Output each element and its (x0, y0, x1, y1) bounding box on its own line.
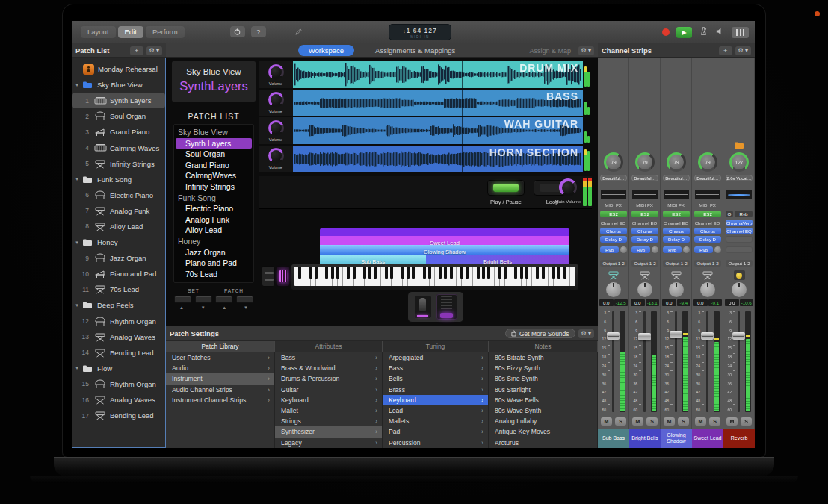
black-key[interactable] (520, 267, 523, 279)
black-key[interactable] (557, 267, 560, 279)
audio-fx-slot[interactable]: Delay D (694, 236, 721, 243)
add-channel-strip-button[interactable]: + (719, 46, 732, 55)
disclosure-chevron-icon[interactable]: ▾ (72, 365, 81, 371)
audio-fx-slot[interactable]: Delay D (663, 236, 690, 243)
library-item[interactable]: Mallet› (275, 405, 382, 416)
mode-perform-button[interactable]: Perform (146, 26, 185, 38)
channel-setting-name[interactable]: 2.6s Vocal… (726, 175, 753, 181)
library-item[interactable]: Legacy› (275, 438, 382, 448)
library-item[interactable]: 80s Fizzy Synth (489, 363, 597, 373)
library-item[interactable]: Audio› (166, 363, 274, 373)
send-level-knob[interactable] (683, 246, 690, 253)
solo-button[interactable]: S (615, 417, 626, 426)
fader-cap[interactable] (638, 333, 651, 340)
audio-fx-slot[interactable]: Delay D (631, 236, 658, 243)
patch-list-row-patch[interactable]: 7Analog Funk (72, 203, 165, 219)
patch-list-row-patch[interactable]: 8Alloy Lead (72, 219, 165, 234)
black-key[interactable] (487, 267, 490, 279)
library-item[interactable]: 80s Wave Bells (489, 395, 597, 405)
play-pause-button[interactable] (487, 180, 525, 196)
track-volume-knob[interactable] (268, 64, 284, 80)
smart-control-knob[interactable]: 79 (635, 152, 655, 172)
patch-up-button[interactable] (215, 296, 232, 303)
midi-fx-slot[interactable]: MIDI FX (598, 202, 628, 208)
library-item[interactable]: Bells› (383, 373, 488, 384)
audio-fx-slot[interactable]: Channel EQ (726, 228, 753, 234)
mute-button[interactable]: M (726, 417, 738, 426)
panel-switcher-icon[interactable] (732, 27, 749, 38)
patch-list-row-set[interactable]: ▾Deep Feels (72, 297, 165, 313)
instrument-slot[interactable]: ES2 (600, 211, 627, 217)
library-item[interactable]: Strings› (275, 416, 382, 426)
screen-list-item[interactable]: Infinity Strings (176, 181, 252, 193)
audio-fx-slot[interactable]: Channel EQ (598, 220, 628, 225)
screen-list-item[interactable]: Alloy Lead (176, 225, 252, 236)
waveform-display[interactable]: BASS (293, 90, 583, 116)
library-item[interactable]: User Patches› (166, 352, 274, 363)
screen-list-item[interactable]: Jazz Organ (176, 247, 252, 258)
screen-list-item[interactable]: Funk Song (176, 193, 252, 204)
peak-value[interactable]: -9.1 (708, 299, 723, 306)
set-down-button[interactable] (195, 296, 212, 303)
speaker-icon[interactable] (715, 25, 725, 39)
send-slot[interactable]: Rvb (694, 246, 721, 253)
solo-button[interactable]: S (678, 417, 689, 426)
black-key[interactable] (336, 267, 339, 279)
library-item[interactable]: Keyboard› (383, 395, 488, 405)
instrument-slot[interactable]: ES2 (694, 211, 721, 217)
volume-value[interactable]: 0.0 (631, 299, 645, 306)
tab-notes[interactable]: Notes (489, 341, 598, 352)
black-key[interactable] (460, 267, 463, 279)
black-key[interactable] (525, 267, 528, 279)
pan-knob[interactable] (669, 282, 684, 297)
library-item[interactable]: 80s Wave Synth (489, 405, 597, 416)
fader-cap[interactable] (607, 332, 620, 340)
library-item[interactable]: Audio Channel Strips› (166, 385, 274, 395)
mute-button[interactable]: M (632, 417, 643, 426)
black-key[interactable] (542, 267, 545, 279)
black-key[interactable] (536, 267, 539, 279)
black-key[interactable] (347, 267, 350, 279)
patch-list-row-patch[interactable]: 14Bending Lead (72, 345, 165, 361)
tab-workspace[interactable]: Workspace (298, 45, 354, 56)
midi-fx-slot[interactable]: MIDI FX (692, 202, 723, 208)
black-key[interactable] (552, 267, 555, 279)
pan-knob[interactable] (732, 282, 747, 297)
patch-list-row-patch[interactable]: 17Bending Lead (72, 408, 165, 423)
channel-setting-name[interactable]: Beautiful… (600, 175, 627, 181)
smart-control-knob[interactable]: 79 (698, 152, 717, 172)
patch-list-row-concert[interactable]: Monday Rehearsal (72, 61, 165, 77)
lcd-display[interactable]: ↓1 64 127 MIDI IN (389, 24, 451, 40)
screen-list-item[interactable]: Honey (176, 236, 252, 247)
smart-control-knob[interactable]: 127 (729, 152, 749, 172)
disclosure-chevron-icon[interactable]: ▾ (72, 302, 81, 308)
get-more-sounds-button[interactable]: Get More Sounds (505, 329, 575, 338)
patch-list-row-patch[interactable]: 1170s Lead (72, 281, 165, 297)
smart-control-knob[interactable]: 79 (667, 152, 686, 172)
mute-button[interactable]: M (664, 417, 675, 426)
library-item[interactable]: Antique Key Moves (489, 426, 597, 437)
patch-list-row-set[interactable]: ▾Honey (72, 234, 165, 250)
mute-button[interactable]: M (601, 417, 612, 426)
layer-glowing-shadow[interactable]: Glowing Shadow (320, 245, 569, 255)
screen-list-item[interactable]: Analog Funk (176, 214, 252, 225)
black-key[interactable] (450, 267, 453, 279)
piano-keys[interactable] (294, 267, 575, 286)
mode-layout-button[interactable]: Layout (81, 26, 116, 38)
library-item[interactable]: Pad› (383, 426, 488, 437)
waveform-display[interactable]: WAH GUITAR (293, 117, 583, 144)
library-item[interactable]: Guitar› (275, 385, 382, 395)
patch-list-row-patch[interactable]: 9Jazz Organ (72, 250, 165, 266)
track-volume-knob[interactable] (268, 148, 284, 164)
pan-knob[interactable] (606, 282, 621, 297)
screen-list-item[interactable]: Soul Organ (176, 149, 252, 160)
eq-thumbnail[interactable] (601, 190, 626, 199)
audio-fx-slot[interactable]: ChromaVerb (726, 220, 753, 226)
fullscreen-power-icon[interactable] (230, 26, 245, 37)
audio-fx-slot[interactable]: Channel EQ (661, 220, 691, 225)
pencil-icon[interactable] (294, 25, 303, 39)
send-slot[interactable]: Rvb (631, 246, 658, 253)
track-volume-knob[interactable] (268, 120, 284, 136)
eq-thumbnail[interactable] (695, 190, 720, 199)
screen-list-item[interactable]: CalmngWaves (176, 170, 252, 181)
